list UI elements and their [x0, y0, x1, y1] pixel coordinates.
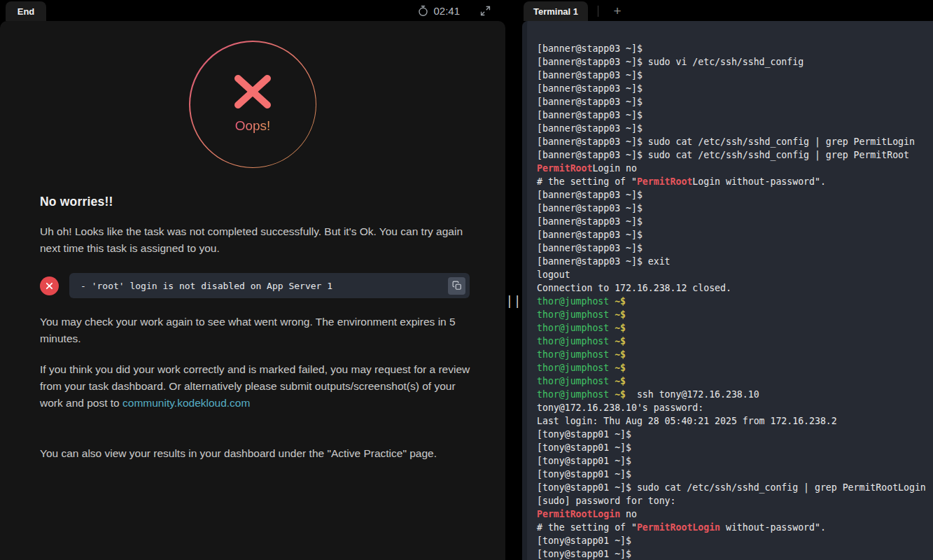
task-result-panel: Oops! No worries!! Uh oh! Looks like the… [0, 21, 505, 560]
terminal-line: [banner@stapp03 ~]$ sudo cat /etc/ssh/ss… [537, 135, 930, 148]
terminal-output[interactable]: [banner@stapp03 ~]$[banner@stapp03 ~]$ s… [522, 21, 933, 560]
terminal-line: [banner@stapp03 ~]$ [537, 202, 930, 215]
terminal-line: [banner@stapp03 ~]$ [537, 95, 930, 108]
terminal-line: thor@jumphost ~$ [537, 335, 930, 348]
error-message-box: - 'root' login is not disabled on App Se… [69, 273, 470, 298]
error-x-icon [233, 75, 272, 108]
terminal-line: tony@172.16.238.10's password: [537, 401, 930, 414]
error-message-text: - 'root' login is not disabled on App Se… [80, 281, 448, 291]
expand-icon[interactable] [479, 5, 491, 17]
end-button[interactable]: End [6, 1, 46, 21]
terminal-line: [tony@stapp01 ~]$ [537, 441, 930, 454]
terminal-line: [banner@stapp03 ~]$ [537, 241, 930, 255]
terminal-line: [tony@stapp01 ~]$ sudo cat /etc/ssh/sshd… [537, 481, 930, 494]
terminal-line: Connection to 172.16.238.12 closed. [537, 281, 930, 295]
result-paragraph-3-text: If you think you did your work correctly… [40, 363, 470, 409]
result-paragraph-4: You can also view your results in your d… [40, 445, 475, 462]
terminal-line: [tony@stapp01 ~]$ [537, 468, 930, 481]
terminal-region: Terminal 1 + [banner@stapp03 ~]$[banner@… [522, 0, 933, 560]
result-paragraph-3: If you think you did your work correctly… [40, 361, 475, 412]
topbar-right-controls: 02:41 [417, 0, 491, 21]
task-result-region: End 02:41 [0, 0, 505, 560]
terminal-line: [banner@stapp03 ~]$ [537, 228, 930, 241]
copy-icon [452, 281, 462, 290]
terminal-line: [tony@stapp01 ~]$ [537, 428, 930, 441]
terminal-line: thor@jumphost ~$ [537, 308, 930, 321]
terminal-line: [banner@stapp03 ~]$ sudo vi /etc/ssh/ssh… [537, 55, 930, 69]
timer: 02:41 [417, 5, 460, 17]
community-link[interactable]: community.kodekloud.com [122, 397, 250, 409]
terminal-line: [banner@stapp03 ~]$ sudo cat /etc/ssh/ss… [537, 148, 930, 162]
result-paragraph-2: You may check your work again to see wha… [40, 314, 475, 347]
timer-value: 02:41 [433, 5, 460, 17]
terminal-line: [banner@stapp03 ~]$ [537, 215, 930, 228]
terminal-line: thor@jumphost ~$ [537, 348, 930, 361]
terminal-line: [tony@stapp01 ~]$ [537, 534, 930, 547]
error-row: - 'root' login is not disabled on App Se… [40, 273, 505, 298]
terminal-tabbar: Terminal 1 + [522, 0, 933, 21]
terminal-line: [banner@stapp03 ~]$ exit [537, 255, 930, 268]
tab-divider [598, 6, 598, 17]
terminal-line: thor@jumphost ~$ [537, 321, 930, 335]
result-badge-label: Oops! [235, 118, 271, 134]
terminal-line: thor@jumphost ~$ [537, 295, 930, 308]
terminal-line: Last login: Thu Aug 28 05:40:21 2025 fro… [537, 414, 930, 428]
result-paragraph-1: Uh oh! Looks like the task was not compl… [40, 223, 475, 257]
terminal-line: [banner@stapp03 ~]$ [537, 42, 930, 55]
terminal-line: [banner@stapp03 ~]$ [537, 188, 930, 202]
terminal-line: [tony@stapp01 ~]$ [537, 454, 930, 468]
terminal-line: PermitRootLogin no [537, 162, 930, 175]
panel-gutter: || [505, 0, 522, 560]
terminal-line: logout [537, 268, 930, 281]
terminal-line: [banner@stapp03 ~]$ [537, 108, 930, 122]
terminal-line: [tony@stapp01 ~]$ [537, 547, 930, 560]
new-terminal-button[interactable]: + [608, 1, 626, 20]
terminal-line: thor@jumphost ~$ ssh tony@172.16.238.10 [537, 388, 930, 401]
terminal-line: thor@jumphost ~$ [537, 374, 930, 388]
result-badge-ring: Oops! [189, 41, 316, 168]
tab-terminal-1[interactable]: Terminal 1 [524, 1, 588, 21]
terminal-line: thor@jumphost ~$ [537, 361, 930, 374]
app-window: End 02:41 [0, 0, 933, 560]
terminal-line: [banner@stapp03 ~]$ [537, 69, 930, 82]
terminal-line: [banner@stapp03 ~]$ [537, 82, 930, 95]
copy-button[interactable] [448, 277, 465, 295]
result-heading: No worries!! [40, 195, 505, 209]
error-status-icon [40, 276, 59, 295]
terminal-line: # the setting of "PermitRootLogin withou… [537, 175, 930, 188]
terminal-line: # the setting of "PermitRootLogin withou… [537, 521, 930, 534]
left-topbar: End 02:41 [0, 0, 505, 21]
terminal-line: [banner@stapp03 ~]$ [537, 122, 930, 135]
terminal-line: PermitRootLogin no [537, 507, 930, 521]
panel-resize-handle[interactable]: || [506, 294, 521, 308]
terminal-line: [sudo] password for tony: [537, 494, 930, 507]
stopwatch-icon [417, 5, 429, 17]
